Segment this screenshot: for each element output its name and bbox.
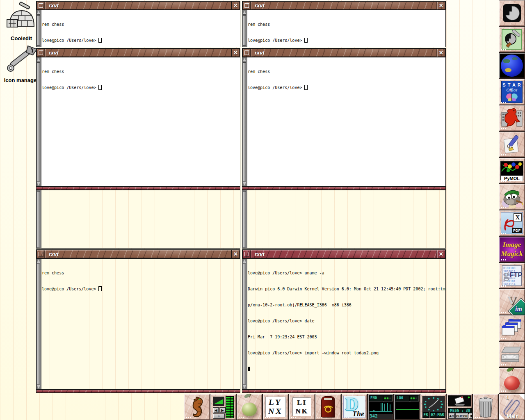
terminal-scrollbar[interactable] [242,10,247,47]
pager[interactable]: 1 Main [499,394,525,420]
terminal-scrollbar[interactable] [37,259,41,389]
window-titlebar[interactable]: rxvt [251,250,437,258]
scrollbar-thumb[interactable] [243,62,246,181]
scrollbar-thumb[interactable] [243,15,246,46]
scrollbar-thumb[interactable] [243,264,246,384]
mail-arrows-button[interactable]: ◀▶ [469,413,472,419]
cursor [98,286,102,291]
window-titlebar[interactable]: rxvt [45,250,231,258]
scrollbar-thumb[interactable] [37,15,40,46]
window-handle[interactable] [36,390,240,393]
dock-tile-gimp[interactable] [499,184,525,210]
window-close-button[interactable]: ✕ [231,1,240,10]
wharf-dots [317,417,323,418]
window-handle[interactable] [242,187,446,190]
window-close-button[interactable]: ✕ [231,48,240,57]
wharf-dots [239,417,244,418]
window-titlebar[interactable]: rxvt [45,48,231,57]
lo0-leds [409,395,418,401]
scroll-up-icon [243,11,246,14]
desktop-icon-cooledit[interactable]: Cooledit [2,2,40,41]
window-close-button[interactable]: ✕ [437,1,445,10]
wharf-tile-links[interactable]: LI NK [289,394,315,420]
wharf-tile-audio-mixer[interactable]: ◀ ▶ ○ [210,394,236,420]
window-menu-button[interactable] [37,1,45,10]
dock-tile-xpdf[interactable]: X PDF [499,210,525,236]
terminal-scrollbar[interactable] [242,259,247,389]
wharf-tile-asclock[interactable]: FR 07-MAR [420,394,446,420]
dock-tile-earth-globe[interactable] [499,52,525,79]
window-menu-button[interactable] [242,48,251,57]
scroll-up-icon [243,58,246,62]
cursor [98,38,102,43]
window-close-button[interactable]: ✕ [231,250,240,258]
terminal-content[interactable]: rem chess love@pico /Users/love> [248,58,445,186]
window-handle[interactable] [36,187,240,190]
untitled-terminal-pane[interactable] [242,190,446,249]
led-off [415,397,417,399]
terminal-content[interactable]: rem chess love@pico /Users/love> [42,260,240,389]
terminal-scrollbar[interactable] [37,57,41,186]
terminal-content[interactable]: rem chess love@pico /Users/love> [42,58,240,186]
pager-desk-label: Main [507,413,519,419]
terminal-scrollbar[interactable] [242,190,247,248]
wharf-tile-mailbox[interactable] [315,394,341,420]
lo0-interface-label: LO0 [395,395,410,401]
xpdf-icon: X PDF [501,212,523,234]
wharf-tile-green-apple[interactable] [236,394,262,420]
wharf-tile-seahorse[interactable] [184,394,210,420]
dock-tile-afterstep[interactable] [499,0,525,26]
wharf-tile-dictionary[interactable]: D The [341,394,368,420]
xpdf-pdf-label: PDF [512,228,522,233]
window-menu-button[interactable] [37,48,45,57]
dock-tile-imagemagick[interactable]: Image Magick [499,236,525,262]
wharf-dots [501,102,507,103]
window-menu-button[interactable] [37,250,45,258]
mixer-prev-button[interactable]: ◀ [213,407,219,413]
scrollbar-thumb[interactable] [37,264,40,384]
dock-tile-config-tool[interactable] [499,26,525,52]
scrollbar-thumb[interactable] [37,62,40,181]
dock-tile-window-list[interactable] [499,315,525,341]
dock-tile-staroffice[interactable]: S T A R Office [499,79,525,105]
dock-tile-cdrom[interactable] [499,341,525,368]
wharf-dots [344,417,349,418]
window-close-button[interactable]: ✕ [437,48,445,57]
terminal-content[interactable]: rem chess love@pico /Users/love> [248,11,445,47]
window-close-button[interactable]: ✕ [437,250,445,258]
terminal-scrollbar[interactable] [242,57,247,186]
scrollbar-thumb[interactable] [37,191,40,247]
scroll-up-icon [37,58,40,62]
mixer-mute-button[interactable]: ○ [213,413,225,419]
dock-tile-pymol[interactable]: PyMOL [499,158,525,184]
window-title: rxvt [251,2,265,9]
untitled-terminal-pane[interactable] [36,190,240,249]
terminal-line: love@pico /Users/love> [42,85,240,90]
wharf-tile-trashcan[interactable] [472,394,499,420]
mail-check-button[interactable]: CHECK [455,413,468,419]
dock-tile-red-dragon[interactable] [499,105,525,131]
scroll-down-icon [37,182,40,186]
window-handle[interactable] [242,390,446,393]
mixer-next-button[interactable]: ▶ [219,407,226,413]
dock-tile-abiword[interactable]: a [499,131,525,158]
mail-ac-button[interactable]: AC [448,413,455,419]
window-menu-button[interactable] [242,250,251,258]
window-titlebar[interactable]: rxvt [251,48,437,57]
window-titlebar[interactable]: rxvt [251,1,437,10]
terminal-scrollbar[interactable] [37,190,41,248]
wharf-tile-mail-check[interactable]: MESG : 38 AC CHECK ◀▶ [446,394,472,420]
window-titlebar[interactable]: rxvt [45,1,231,10]
terminal-scrollbar[interactable] [37,10,41,47]
dock-tile-red-apple[interactable] [499,368,525,394]
window-menu-button[interactable] [242,1,251,10]
wharf-tile-netmon-lo0[interactable]: LO0 [394,394,420,420]
dock-tile-vim[interactable]: V im [499,289,525,315]
window-title: rxvt [251,50,265,56]
terminal-content[interactable]: love@pico /Users/love> uname -a Darwin p… [248,260,445,389]
dock-tile-gftp[interactable]: 0101100101001101101011010010010110110101… [499,262,525,289]
scrollbar-thumb[interactable] [243,191,246,247]
wharf-tile-lynx[interactable]: LY NX [262,394,289,420]
wharf-tile-netmon-en0[interactable]: EN0 342 [368,394,394,420]
terminal-content[interactable]: rem chess love@pico /Users/love> [42,11,240,47]
